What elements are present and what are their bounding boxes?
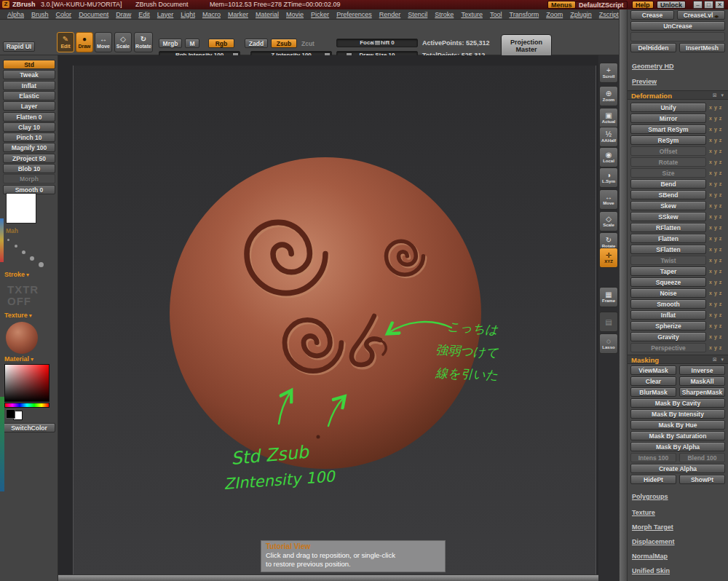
menu-alpha[interactable]: Alpha <box>7 11 24 18</box>
local-tool[interactable]: ◉Local <box>599 147 618 167</box>
axis-x-toggle[interactable]: x <box>709 192 712 197</box>
mask-intens-100[interactable]: Intens 100 <box>630 453 676 462</box>
deform-gravity[interactable]: Gravity <box>630 332 706 341</box>
axis-z-toggle[interactable]: z <box>719 269 722 274</box>
brush-flatten-0[interactable]: Flatten 0 <box>3 112 55 122</box>
mask-showpt[interactable]: ShowPt <box>679 475 725 484</box>
zsub-button[interactable]: Zsub <box>271 39 297 48</box>
link-normalmap[interactable]: NormalMap <box>632 553 668 560</box>
rapid-ui-button[interactable]: Rapid UI <box>3 42 35 52</box>
deform-flatten[interactable]: Flatten <box>630 234 706 243</box>
deform-resym[interactable]: ReSym <box>630 135 706 145</box>
axis-y-toggle[interactable]: y <box>714 334 717 339</box>
brush-clay-10[interactable]: Clay 10 <box>3 122 55 132</box>
mask-sharpenmask[interactable]: SharpenMask <box>679 387 725 397</box>
axis-y-toggle[interactable]: y <box>714 236 717 241</box>
axis-z-toggle[interactable]: z <box>719 105 722 110</box>
brush-morph[interactable]: Morph <box>3 174 55 183</box>
deform-bend[interactable]: Bend <box>630 179 706 189</box>
brush-layer[interactable]: Layer <box>3 101 55 111</box>
primary-color-swatch[interactable] <box>6 409 15 419</box>
focal-shift-slider[interactable]: Focal Shift 0 <box>336 39 418 47</box>
brush-std[interactable]: Std <box>3 60 55 69</box>
link-morph-target[interactable]: Morph Target <box>632 523 673 531</box>
color-picker-sv[interactable] <box>4 364 50 402</box>
mask-maskall[interactable]: MaskAll <box>679 376 725 386</box>
menu-layer[interactable]: Layer <box>157 11 174 18</box>
dimmed-tool-tool[interactable]: ▤ <box>599 312 618 332</box>
deform-rflatten[interactable]: RFlatten <box>630 223 706 232</box>
scale-mode-button[interactable]: ◇ Scale <box>114 32 132 52</box>
brush-pinch-10[interactable]: Pinch 10 <box>3 133 55 142</box>
brush-inflat[interactable]: Inflat <box>3 81 55 90</box>
axis-x-toggle[interactable]: x <box>709 247 712 252</box>
axis-z-toggle[interactable]: z <box>719 170 722 175</box>
menu-zscript[interactable]: Zscript <box>599 11 619 18</box>
deform-spherize[interactable]: Spherize <box>630 321 706 331</box>
axis-z-toggle[interactable]: z <box>719 127 722 132</box>
help-button[interactable]: Help <box>632 1 654 9</box>
menu-render[interactable]: Render <box>379 11 401 18</box>
actual-tool[interactable]: ▣Actual <box>599 108 618 128</box>
deform-smart-resym[interactable]: Smart ReSym <box>630 125 706 134</box>
axis-x-toggle[interactable]: x <box>709 301 712 307</box>
axis-x-toggle[interactable]: x <box>709 203 712 208</box>
menu-light[interactable]: Light <box>181 11 195 18</box>
axis-x-toggle[interactable]: x <box>709 236 712 241</box>
axis-z-toggle[interactable]: z <box>719 290 722 296</box>
axis-y-toggle[interactable]: y <box>714 138 717 143</box>
mask-blurmask[interactable]: BlurMask <box>630 387 676 397</box>
link-preview[interactable]: Preview <box>632 78 657 85</box>
unlock-button[interactable]: Unlock <box>657 1 686 9</box>
move-tool[interactable]: ↔Move <box>599 189 618 210</box>
axis-x-toggle[interactable]: x <box>709 280 712 285</box>
crease-button[interactable]: Crease <box>630 10 674 20</box>
axis-y-toggle[interactable]: y <box>714 290 717 296</box>
rotate-mode-button[interactable]: ↻ Rotate <box>134 32 153 52</box>
move-mode-button[interactable]: ↔ Move <box>95 32 112 52</box>
deform-rotate[interactable]: Rotate <box>630 157 706 167</box>
axis-y-toggle[interactable]: y <box>714 192 717 197</box>
menu-picker[interactable]: Picker <box>311 11 329 18</box>
axis-x-toggle[interactable]: x <box>709 149 712 154</box>
mask-create-alpha[interactable]: Create Alpha <box>630 464 725 473</box>
axis-y-toggle[interactable]: y <box>714 149 717 154</box>
draw-mode-button[interactable]: ● Draw <box>76 32 93 52</box>
deform-mirror[interactable]: Mirror <box>630 114 706 123</box>
deform-squeeze[interactable]: Squeeze <box>630 277 706 287</box>
deform-noise[interactable]: Noise <box>630 288 706 298</box>
menu-preferences[interactable]: Preferences <box>336 11 372 18</box>
axis-z-toggle[interactable]: z <box>719 236 722 241</box>
zadd-button[interactable]: Zadd <box>245 39 268 48</box>
deform-taper[interactable]: Taper <box>630 266 706 276</box>
maximize-button[interactable]: □ <box>704 1 713 9</box>
link-unified-skin[interactable]: Unified Skin <box>632 567 670 574</box>
axis-y-toggle[interactable]: y <box>714 247 717 252</box>
stroke-type-icon[interactable] <box>6 237 48 269</box>
axis-y-toggle[interactable]: y <box>714 312 717 317</box>
crease-lvl-slider[interactable]: CreaseLvl◂▸ <box>677 10 725 20</box>
axis-z-toggle[interactable]: z <box>719 214 722 219</box>
axis-x-toggle[interactable]: x <box>709 105 712 110</box>
uncrease-button[interactable]: UnCrease <box>630 21 725 31</box>
lasso-tool[interactable]: ◌Lasso <box>599 333 618 354</box>
axis-x-toggle[interactable]: x <box>709 170 712 175</box>
mrgb-button[interactable]: Mrgb <box>159 39 182 48</box>
spinner-icon[interactable]: ◂▸ <box>714 14 719 18</box>
panel-divider[interactable] <box>619 9 628 581</box>
alpha-thumbnail[interactable] <box>6 193 36 224</box>
axis-z-toggle[interactable]: z <box>719 149 722 154</box>
zcut-button[interactable]: Zcut <box>301 40 314 47</box>
axis-y-toggle[interactable]: y <box>714 323 717 328</box>
mask-mask-by-hue[interactable]: Mask By Hue <box>630 420 725 430</box>
brush-blob-10[interactable]: Blob 10 <box>3 164 55 173</box>
axis-y-toggle[interactable]: y <box>714 280 717 285</box>
alpha-caption[interactable]: Mah <box>6 227 18 234</box>
axis-z-toggle[interactable]: z <box>719 323 722 328</box>
menu-stencil[interactable]: Stencil <box>408 11 427 18</box>
axis-y-toggle[interactable]: y <box>714 345 717 350</box>
axis-z-toggle[interactable]: z <box>719 334 722 339</box>
link-geometry-hd[interactable]: Geometry HD <box>632 63 674 70</box>
mask-inverse[interactable]: Inverse <box>679 365 725 375</box>
brush-elastic[interactable]: Elastic <box>3 91 55 100</box>
